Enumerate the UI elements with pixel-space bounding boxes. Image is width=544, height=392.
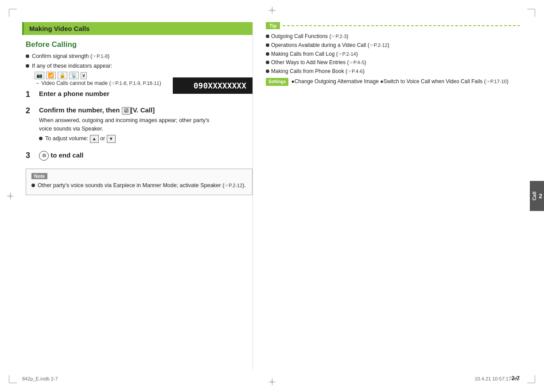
icon-network: 📡: [69, 72, 79, 79]
page-tab: 2 Call: [530, 181, 544, 211]
step-1-row: 1 Enter a phone number 090XXXXXXXX: [26, 90, 253, 99]
settings-row: Settings ●Change Outgoing Alternative Im…: [266, 78, 522, 86]
tip-circle-2: [266, 43, 269, 47]
step-2-title: Confirm the number, then ☑[V. Call]: [39, 106, 253, 115]
note-bullet: [31, 184, 35, 187]
bullet-dot2: [26, 64, 29, 68]
tip-item-2: Operations Available during a Video Call…: [266, 42, 522, 49]
section-title: Making Video Calls: [29, 25, 89, 32]
tip-circle-3: [266, 52, 269, 56]
tip-item-5: Making Calls from Phone Book (☞P.4-6): [266, 68, 522, 75]
step-2-num: 2: [26, 106, 35, 115]
bullet-signal-text: Confirm signal strength (☞P.1-8): [32, 53, 109, 61]
bullet-indicators: If any of these indicators appear:: [26, 62, 253, 70]
end-call-icon: ⊙: [39, 151, 49, 161]
step-2-content: Confirm the number, then ☑[V. Call] When…: [39, 106, 253, 145]
step-2: 2 Confirm the number, then ☑[V. Call] Wh…: [26, 106, 253, 145]
step-2-desc: When answered, outgoing and incoming ima…: [39, 116, 253, 133]
tip-circle-5: [266, 69, 269, 73]
bottom-right-text: 10.4.21 10:57:17 AM: [474, 376, 520, 381]
center-left-mark: [7, 192, 14, 200]
tip-text-5: Making Calls from Phone Book (☞P.4-6): [271, 68, 365, 75]
step-3: 3 ⊙ to end call: [26, 151, 253, 162]
tip-circle-4: [266, 61, 269, 64]
tab-label: Call: [532, 192, 537, 200]
tip-item-4: Other Ways to Add New Entries (☞P.4-5): [266, 59, 522, 66]
corner-mark-bl: [9, 375, 17, 383]
icon-yen: ¥: [81, 72, 87, 79]
settings-badge: Settings: [266, 78, 288, 86]
before-calling-heading: Before Calling: [26, 40, 253, 49]
tip-text-2: Operations Available during a Video Call…: [271, 42, 389, 49]
step-3-title: ⊙ to end call: [39, 151, 253, 161]
tip-label: Tip: [266, 22, 280, 29]
settings-text: ●Change Outgoing Alternative Image ●Swit…: [291, 78, 508, 85]
right-column: Tip Outgoing Call Functions (☞P.2-3) Ope…: [261, 22, 522, 370]
note-label: Note: [31, 173, 47, 179]
icon-lock: 🔒: [58, 72, 67, 79]
corner-mark-tl: [9, 9, 17, 17]
tip-text-3: Making Calls from Call Log (☞P.2-14): [271, 50, 358, 58]
bullet-dot-vol: [39, 137, 43, 140]
bullet-indicators-text: If any of these indicators appear:: [32, 62, 112, 70]
tip-circle-1: [266, 35, 269, 38]
corner-mark-br: [527, 375, 535, 383]
note-text: Other party's voice sounds via Earpiece …: [31, 182, 247, 190]
tip-dots: [283, 25, 522, 26]
section-header: Making Video Calls: [22, 22, 253, 35]
tip-item-1: Outgoing Call Functions (☞P.2-3): [266, 33, 522, 40]
bottom-left-text: 842p_E.indb 2-7: [22, 376, 58, 381]
left-column: Making Video Calls Before Calling Confir…: [22, 22, 253, 370]
step-3-num: 3: [26, 151, 35, 160]
note-box: Note Other party's voice sounds via Earp…: [26, 169, 253, 196]
tab-number: 2: [539, 192, 542, 200]
volume-note: To adjust volume: ▲ or ▼: [39, 135, 253, 143]
step-1-title: Enter a phone number: [39, 90, 109, 97]
note-content: Other party's voice sounds via Earpiece …: [38, 182, 246, 190]
volume-text: To adjust volume: ▲ or ▼: [45, 135, 116, 143]
tip-header: Tip: [266, 22, 522, 29]
corner-mark-tr: [527, 9, 535, 17]
step-3-content: ⊙ to end call: [39, 151, 253, 162]
icon-signal: 📶: [46, 72, 56, 79]
bullet-signal: Confirm signal strength (☞P.1-8): [26, 53, 253, 61]
center-top-mark: [268, 7, 276, 14]
tip-text-1: Outgoing Call Functions (☞P.2-3): [271, 33, 348, 40]
step-1-num: 1: [26, 90, 35, 99]
center-bottom-mark: [268, 378, 276, 385]
phone-display: 090XXXXXXXX: [173, 77, 253, 94]
tip-text-4: Other Ways to Add New Entries (☞P.4-5): [271, 59, 366, 66]
bullet-dot: [26, 54, 29, 58]
tip-item-3: Making Calls from Call Log (☞P.2-14): [266, 50, 522, 58]
icon-camera: 📷: [35, 72, 44, 79]
